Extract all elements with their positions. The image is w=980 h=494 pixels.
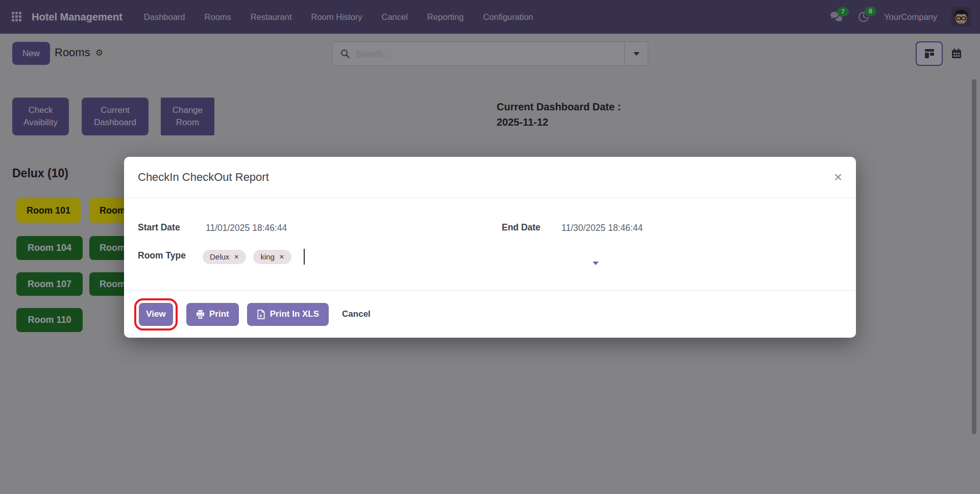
close-icon[interactable]: × bbox=[834, 170, 842, 184]
dialog-title: CheckIn CheckOut Report bbox=[138, 171, 269, 184]
room-type-label: Room Type bbox=[138, 250, 186, 261]
print-button-label: Print bbox=[209, 309, 229, 319]
cancel-button[interactable]: Cancel bbox=[342, 309, 371, 319]
print-button[interactable]: Print bbox=[186, 303, 239, 326]
end-date-field[interactable]: 11/30/2025 18:46:44 bbox=[561, 223, 643, 233]
text-cursor bbox=[304, 249, 305, 265]
dialog-header: CheckIn CheckOut Report × bbox=[124, 157, 856, 198]
print-xls-button-label: Print In XLS bbox=[270, 309, 319, 319]
dialog-footer: View Print x Print In XLS Cancel bbox=[124, 290, 856, 338]
room-type-tags-input[interactable]: Delux ✕ king ✕ bbox=[203, 249, 305, 265]
print-in-xls-button[interactable]: x Print In XLS bbox=[247, 303, 329, 326]
tag-label: king bbox=[260, 252, 275, 261]
start-date-field[interactable]: 11/01/2025 18:46:44 bbox=[206, 223, 287, 233]
svg-text:x: x bbox=[259, 313, 262, 318]
end-date-label: End Date bbox=[502, 222, 541, 233]
room-type-dropdown-icon[interactable] bbox=[593, 262, 599, 265]
view-button[interactable]: View bbox=[139, 303, 173, 326]
tag-remove-icon[interactable]: ✕ bbox=[279, 253, 284, 261]
tag-delux: Delux ✕ bbox=[203, 250, 246, 264]
tag-remove-icon[interactable]: ✕ bbox=[234, 253, 239, 261]
tag-king: king ✕ bbox=[253, 250, 291, 264]
tag-label: Delux bbox=[210, 252, 229, 261]
checkin-checkout-report-dialog: CheckIn CheckOut Report × Start Date 11/… bbox=[124, 157, 856, 338]
start-date-label: Start Date bbox=[138, 222, 180, 233]
xls-file-icon: x bbox=[257, 310, 265, 319]
printer-icon bbox=[196, 310, 205, 319]
